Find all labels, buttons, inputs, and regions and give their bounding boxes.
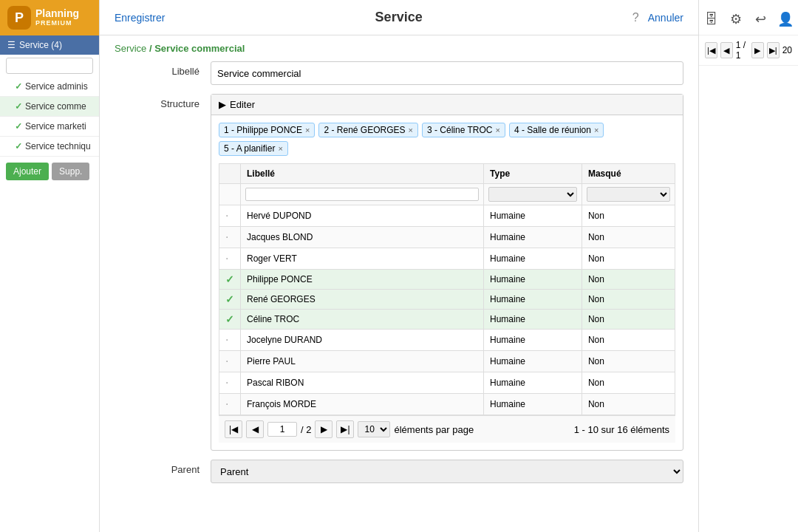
check-icon: ✓ — [225, 273, 234, 285]
sidebar-section-header[interactable]: ☰ Service (4) — [0, 35, 99, 55]
row-check-cell: · — [219, 330, 241, 351]
resources-table: Libellé Type Masqué — [219, 163, 675, 415]
logo-name: Planning — [35, 8, 79, 19]
table-row[interactable]: · Jacques BLOND Humaine Non — [219, 227, 675, 248]
content-area: Service / Service commercial Libellé Str… — [100, 35, 698, 532]
parent-select[interactable]: Parent — [211, 460, 683, 483]
page-input[interactable] — [267, 422, 297, 437]
table-row[interactable]: · Pascal RIBON Humaine Non — [219, 372, 675, 394]
row-name: Céline TROC — [241, 310, 484, 330]
topbar-right: ? Annuler — [632, 11, 683, 24]
per-page-label: éléments par page — [394, 424, 474, 435]
right-prev-button[interactable]: ◀ — [720, 42, 733, 58]
sidebar-item-adminis[interactable]: ✓ Service adminis — [0, 77, 99, 97]
structure-row: Structure ▶ Editer 1 - Philippe PONCE×2 … — [115, 94, 683, 451]
tag-remove-button[interactable]: × — [305, 126, 310, 134]
structure-header-label: Editer — [230, 99, 255, 110]
row-check-cell: ✓ — [219, 290, 241, 310]
enregistrer-button[interactable]: Enregistrer — [115, 12, 165, 24]
sidebar-item-comme[interactable]: ✓ Service comme — [0, 97, 99, 117]
tag-label: 5 - A planifier — [224, 143, 275, 154]
structure-box: ▶ Editer 1 - Philippe PONCE×2 - René GEO… — [211, 94, 683, 451]
suppr-button[interactable]: Supp. — [52, 163, 89, 180]
breadcrumb-current: Service commercial — [154, 43, 245, 54]
check-icon: ✓ — [15, 81, 22, 92]
row-check-cell: · — [219, 394, 241, 415]
row-masque: Non — [582, 351, 675, 372]
tag-remove-button[interactable]: × — [409, 126, 413, 134]
right-last-button[interactable]: ▶| — [767, 42, 780, 58]
tag: 3 - Céline TROC× — [422, 123, 505, 137]
table-row[interactable]: · Hervé DUPOND Humaine Non — [219, 205, 675, 227]
libelle-input[interactable] — [211, 61, 683, 85]
triangle-icon: ▶ — [219, 99, 226, 110]
sidebar-item-marketi[interactable]: ✓ Service marketi — [0, 117, 99, 137]
tag-remove-button[interactable]: × — [594, 126, 598, 134]
prev-page-button[interactable]: ◀ — [246, 420, 264, 438]
right-first-button[interactable]: |◀ — [705, 42, 717, 58]
row-type: Humaine — [484, 372, 582, 394]
check-icon: ✓ — [225, 313, 234, 325]
next-page-button[interactable]: ▶ — [315, 420, 332, 438]
per-page-select[interactable]: 10 20 50 — [358, 421, 390, 437]
row-name: René GEORGES — [241, 290, 484, 310]
filter-libelle-input[interactable] — [245, 188, 479, 201]
topbar-title: Service — [375, 10, 423, 25]
structure-header[interactable]: ▶ Editer — [211, 95, 683, 115]
sidebar-item-techniqu[interactable]: ✓ Service techniqu — [0, 137, 99, 157]
user-icon-button[interactable]: 👤 — [774, 4, 799, 35]
logo-sub: PREMIUM — [35, 20, 79, 27]
first-page-button[interactable]: |◀ — [225, 420, 242, 438]
tag-remove-button[interactable]: × — [495, 126, 499, 134]
right-pagination-info: 1 / 1 — [736, 40, 748, 61]
row-type: Humaine — [484, 248, 582, 270]
row-type: Humaine — [484, 205, 582, 227]
table-row[interactable]: · Jocelyne DURAND Humaine Non — [219, 330, 675, 351]
ajouter-button[interactable]: Ajouter — [6, 163, 49, 180]
right-next-button[interactable]: ▶ — [751, 42, 764, 58]
tag-remove-button[interactable]: × — [278, 145, 282, 153]
settings-icon-button[interactable]: ⚙ — [724, 4, 749, 35]
table-row[interactable]: · Roger VERT Humaine Non — [219, 248, 675, 270]
toolbar-row-icons: 🗄 ⚙ ↩ 👤 — [699, 4, 798, 35]
table-row[interactable]: · Pierre PAUL Humaine Non — [219, 351, 675, 372]
row-type: Humaine — [484, 310, 582, 330]
dot-icon: · — [225, 209, 228, 222]
row-name: Roger VERT — [241, 248, 484, 270]
breadcrumb-separator: / — [146, 43, 154, 54]
filter-libelle-cell — [241, 184, 484, 205]
table-row[interactable]: ✓ Philippe PONCE Humaine Non — [219, 270, 675, 290]
table-row[interactable]: ✓ Céline TROC Humaine Non — [219, 310, 675, 330]
tag-label: 3 - Céline TROC — [427, 125, 492, 135]
breadcrumb: Service / Service commercial — [115, 43, 683, 54]
sidebar: P Planning PREMIUM ☰ Service (4) ✓ Servi… — [0, 0, 100, 532]
check-icon: ✓ — [15, 121, 22, 132]
col-check — [219, 164, 241, 184]
last-page-button[interactable]: ▶| — [336, 420, 354, 438]
dot-icon: · — [225, 376, 228, 389]
database-icon-button[interactable]: 🗄 — [699, 4, 724, 35]
table-row[interactable]: ✓ René GEORGES Humaine Non — [219, 290, 675, 310]
parent-row: Parent Parent — [115, 460, 683, 483]
topbar-left: Enregistrer — [115, 12, 165, 24]
right-toolbar: 🗄 ⚙ ↩ 👤 |◀ ◀ 1 / 1 ▶ ▶| 20 — [698, 0, 798, 532]
row-name: Jacques BLOND — [241, 227, 484, 248]
sidebar-item-label: Service techniqu — [25, 141, 91, 151]
breadcrumb-parent[interactable]: Service — [115, 43, 146, 54]
hamburger-icon: ☰ — [7, 40, 16, 50]
row-check-cell: · — [219, 205, 241, 227]
row-masque: Non — [582, 394, 675, 415]
sidebar-filter-input[interactable] — [6, 58, 93, 74]
row-masque: Non — [582, 310, 675, 330]
filter-masque-select[interactable] — [587, 187, 670, 202]
row-check-cell: ✓ — [219, 310, 241, 330]
share-icon-button[interactable]: ↩ — [748, 4, 774, 35]
help-icon[interactable]: ? — [632, 11, 639, 24]
col-libelle-header: Libellé — [241, 164, 484, 184]
filter-masque-cell — [582, 184, 675, 205]
table-row[interactable]: · François MORDE Humaine Non — [219, 394, 675, 415]
annuler-button[interactable]: Annuler — [648, 12, 683, 24]
row-type: Humaine — [484, 270, 582, 290]
row-masque: Non — [582, 205, 675, 227]
filter-type-select[interactable] — [488, 187, 577, 202]
